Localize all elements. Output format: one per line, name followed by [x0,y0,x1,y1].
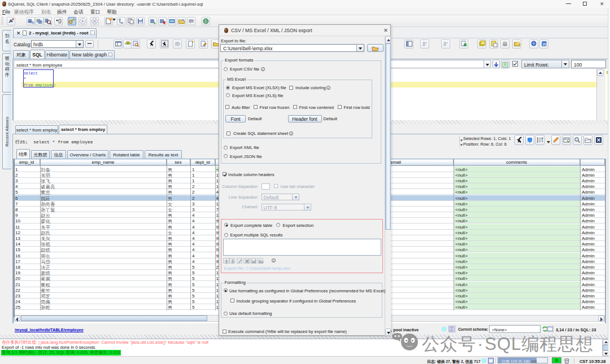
svg-text:δ°: δ° [443,41,448,47]
svg-text:δ°: δ° [422,41,428,47]
svg-text:W: W [542,42,547,47]
